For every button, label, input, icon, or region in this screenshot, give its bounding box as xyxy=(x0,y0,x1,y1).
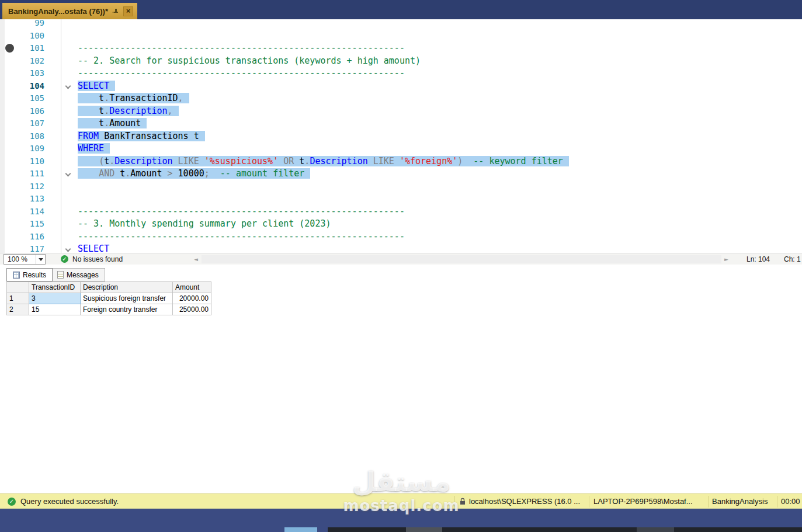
code-line[interactable]: 107 t.Amount xyxy=(0,117,802,130)
code-text: (t.Description LIKE '%suspicious%' OR t.… xyxy=(78,155,569,168)
health-check-icon: ✓ xyxy=(61,255,68,263)
column-header[interactable]: TransactionID xyxy=(29,282,81,293)
code-editor[interactable]: 99100101--------------------------------… xyxy=(0,19,802,253)
status-separator xyxy=(708,496,709,507)
pin-icon[interactable] xyxy=(112,8,119,15)
line-number: 104 xyxy=(0,80,44,93)
code-line[interactable]: 114-------------------------------------… xyxy=(0,206,802,218)
line-number: 115 xyxy=(0,218,44,231)
success-check-icon: ✓ xyxy=(8,498,16,506)
column-header[interactable]: Description xyxy=(81,282,173,293)
code-text: FROM BankTransactions t xyxy=(78,130,205,143)
line-number: 99 xyxy=(0,19,44,30)
status-separator xyxy=(589,496,589,507)
fold-chevron-icon[interactable] xyxy=(63,168,73,180)
selection-highlight: FROM BankTransactions t xyxy=(78,131,205,141)
code-text: t.TransactionID, xyxy=(78,92,189,105)
scroll-right-icon[interactable]: ► xyxy=(724,256,728,262)
column-indicator: Ch: 1 xyxy=(784,255,801,263)
status-bar: ✓ Query executed successfully. localhost… xyxy=(0,493,802,509)
table-row: 215Foreign country transfer25000.00 xyxy=(7,304,211,315)
tab-label: Results xyxy=(23,271,46,279)
code-line[interactable]: 103-------------------------------------… xyxy=(0,67,802,80)
zoom-select[interactable]: 100 % xyxy=(4,254,46,265)
close-icon[interactable]: × xyxy=(123,6,133,16)
code-text: ----------------------------------------… xyxy=(78,42,405,55)
selection-highlight: AND t.Amount > 10000; -- amount filter xyxy=(78,168,310,179)
code-line[interactable]: 108FROM BankTransactions t xyxy=(0,130,802,143)
code-line[interactable]: 100 xyxy=(0,30,802,43)
code-line[interactable]: 112 xyxy=(0,180,802,193)
code-text: -- 3. Monthly spending summary per clien… xyxy=(78,218,331,231)
code-line[interactable]: 105 t.TransactionID, xyxy=(0,92,802,105)
zoom-value: 100 % xyxy=(4,255,27,263)
line-number: 108 xyxy=(0,130,44,143)
line-number: 102 xyxy=(0,55,44,68)
taskbar-segment xyxy=(406,527,442,532)
line-number: 117 xyxy=(0,243,44,253)
row-header[interactable]: 1 xyxy=(7,293,29,304)
code-text: ----------------------------------------… xyxy=(78,206,405,218)
grid-icon xyxy=(13,272,20,279)
line-number: 107 xyxy=(0,117,44,130)
code-text: AND t.Amount > 10000; -- amount filter xyxy=(78,168,310,180)
taskbar-sliver xyxy=(0,527,802,532)
line-number: 114 xyxy=(0,206,44,218)
results-tab-strip: Results Messages xyxy=(0,267,802,281)
code-line[interactable]: 106 t.Description, xyxy=(0,105,802,118)
code-line[interactable]: 111 AND t.Amount > 10000; -- amount filt… xyxy=(0,168,802,180)
row-header[interactable]: 2 xyxy=(7,304,29,315)
code-line[interactable]: 104SELECT xyxy=(0,80,802,93)
scroll-left-icon[interactable]: ◄ xyxy=(194,256,198,262)
messages-icon xyxy=(57,271,64,279)
code-line[interactable]: 116-------------------------------------… xyxy=(0,231,802,244)
line-number: 111 xyxy=(0,168,44,180)
code-line[interactable]: 110 (t.Description LIKE '%suspicious%' O… xyxy=(0,155,802,168)
line-number: 112 xyxy=(0,180,44,193)
selection-highlight: (t.Description LIKE '%suspicious%' OR t.… xyxy=(78,156,569,166)
grid-cell[interactable]: 15 xyxy=(29,304,81,315)
code-line[interactable]: 117SELECT xyxy=(0,243,802,253)
code-text: WHERE xyxy=(78,142,110,155)
selection-highlight: WHERE xyxy=(78,143,110,154)
line-number: 109 xyxy=(0,142,44,155)
tab-messages[interactable]: Messages xyxy=(51,268,105,281)
editor-status-bar: 100 % ✓ No issues found ◄ ► Ln: 104 Ch: … xyxy=(0,253,802,265)
database-name: BankingAnalysis xyxy=(712,497,768,506)
grid-cell[interactable]: 3 xyxy=(29,293,81,304)
line-number: 113 xyxy=(0,193,44,206)
code-text: ----------------------------------------… xyxy=(78,231,405,244)
window-chrome-band xyxy=(0,509,802,527)
taskbar-segment xyxy=(328,527,802,532)
document-tab[interactable]: BankingAnaly...ostafa (76))* × xyxy=(2,3,137,19)
breakpoint-icon[interactable] xyxy=(5,44,14,53)
table-row: 13Suspicious foreign transfer20000.00 xyxy=(7,293,211,304)
line-number: 103 xyxy=(0,67,44,80)
grid-cell[interactable]: 20000.00 xyxy=(173,293,211,304)
horizontal-scrollbar[interactable] xyxy=(202,255,721,263)
grid-corner-cell[interactable] xyxy=(7,282,29,293)
code-text: SELECT xyxy=(78,243,109,253)
code-lines: 99100101--------------------------------… xyxy=(0,19,802,253)
status-separator xyxy=(454,496,455,507)
fold-chevron-icon[interactable] xyxy=(63,243,73,253)
code-line[interactable]: 113 xyxy=(0,193,802,206)
tab-label: Messages xyxy=(67,271,99,279)
chevron-down-icon[interactable] xyxy=(36,255,45,264)
grid-body: 13Suspicious foreign transfer20000.00215… xyxy=(7,293,211,315)
code-line[interactable]: 115-- 3. Monthly spending summary per cl… xyxy=(0,218,802,231)
code-line[interactable]: 109WHERE xyxy=(0,142,802,155)
grid-cell[interactable]: Foreign country transfer xyxy=(81,304,173,315)
tab-results[interactable]: Results xyxy=(6,268,53,281)
code-line[interactable]: 99 xyxy=(0,19,802,30)
line-indicator: Ln: 104 xyxy=(747,255,770,263)
grid-header-row: TransactionIDDescriptionAmount xyxy=(7,282,211,293)
grid-cell[interactable]: 25000.00 xyxy=(173,304,211,315)
column-header[interactable]: Amount xyxy=(173,282,211,293)
fold-chevron-icon[interactable] xyxy=(63,80,73,93)
code-line[interactable]: 101-------------------------------------… xyxy=(0,42,802,55)
server-name: localhost\SQLEXPRESS (16.0 ... xyxy=(469,497,580,506)
code-line[interactable]: 102-- 2. Search for suspicious transacti… xyxy=(0,55,802,68)
code-text: -- 2. Search for suspicious transactions… xyxy=(78,55,421,68)
grid-cell[interactable]: Suspicious foreign transfer xyxy=(81,293,173,304)
